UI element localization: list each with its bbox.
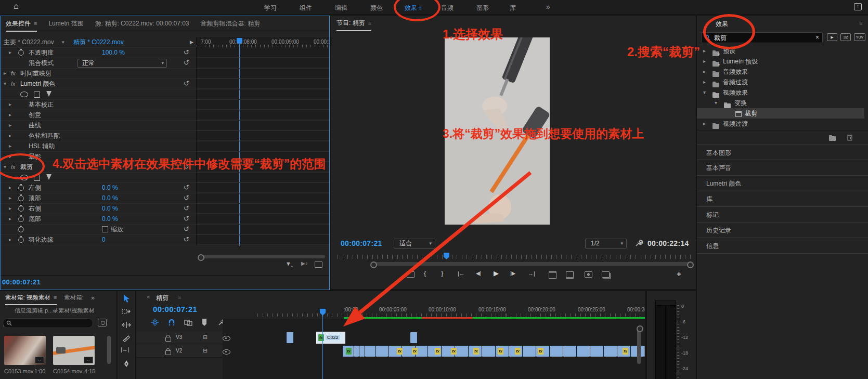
menu-item-learning[interactable]: 学习 bbox=[264, 4, 277, 12]
timeline-ruler[interactable]: :00:00 00:00:05:00 00:00:10:00 00:00:15:… bbox=[223, 305, 645, 317]
reset-icon[interactable]: ↺ bbox=[184, 79, 189, 89]
param-value[interactable]: 0.0 % bbox=[102, 214, 118, 224]
twirl-icon[interactable]: ▾ bbox=[4, 79, 6, 89]
timeline-clip[interactable] bbox=[563, 346, 576, 357]
meter-bar-left[interactable] bbox=[655, 305, 666, 379]
stopwatch-icon[interactable] bbox=[18, 50, 24, 56]
tree-item-lumetri-presets[interactable]: ▸Lumetri 预设 bbox=[697, 56, 864, 67]
add-marker-button[interactable] bbox=[407, 271, 414, 278]
stopwatch-icon[interactable] bbox=[18, 216, 24, 222]
sync-lock-icon[interactable]: ⊟ bbox=[203, 334, 208, 341]
timeline-vscrollbar[interactable] bbox=[637, 330, 641, 364]
export-keyframes-icon[interactable] bbox=[315, 262, 322, 268]
twirl-icon[interactable]: ▸ bbox=[9, 214, 11, 224]
snap-magnet-icon[interactable] bbox=[167, 318, 176, 326]
step-forward-button[interactable]: |▶ bbox=[510, 270, 515, 276]
stopwatch-icon[interactable] bbox=[18, 206, 24, 212]
tab-lumetri-color[interactable]: Lumetri 颜色 bbox=[697, 176, 868, 191]
lift-button[interactable] bbox=[549, 271, 556, 279]
blend-mode-dropdown[interactable]: 正常▾ bbox=[77, 59, 167, 68]
panel-menu-icon[interactable]: ≡ bbox=[859, 20, 862, 26]
playback-resolution-dropdown[interactable]: 1/2 ▾ bbox=[585, 239, 627, 249]
pen-tool[interactable] bbox=[123, 360, 130, 368]
tab-program-monitor[interactable]: 节目: 精剪≡ bbox=[336, 19, 371, 28]
reset-icon[interactable]: ↺ bbox=[184, 234, 189, 245]
twirl-icon[interactable]: ▸ bbox=[9, 234, 11, 245]
slip-tool[interactable]: |↔| bbox=[121, 346, 129, 352]
twirl-icon[interactable]: ▾ bbox=[715, 98, 717, 108]
program-mini-ruler[interactable] bbox=[338, 255, 691, 259]
collapse-keyframe-area-icon[interactable]: ▶ bbox=[190, 37, 193, 47]
chevron-down-icon[interactable]: ▾ bbox=[62, 37, 64, 47]
mark-in-button[interactable]: { bbox=[424, 269, 426, 277]
bin-vscrollbar[interactable] bbox=[107, 336, 111, 364]
step-back-button[interactable]: ◀| bbox=[476, 270, 481, 276]
effect-controls-timecode[interactable]: 00:00:07:21 bbox=[2, 278, 41, 286]
param-value[interactable]: 100.0 % bbox=[102, 47, 125, 58]
twirl-icon[interactable]: ▸ bbox=[9, 203, 11, 214]
timeline-clip[interactable] bbox=[287, 332, 293, 343]
tree-item-audio-transitions[interactable]: ▸音频过渡 bbox=[697, 77, 864, 87]
reset-icon[interactable]: ↺ bbox=[184, 203, 189, 214]
comparison-view-button[interactable] bbox=[602, 271, 610, 278]
twirl-icon[interactable]: ▾ bbox=[703, 87, 706, 98]
ripple-edit-tool[interactable] bbox=[122, 321, 131, 329]
timeline-timecode[interactable]: 00:00:07:21 bbox=[153, 305, 197, 313]
sub-label[interactable]: 创意 bbox=[29, 110, 41, 120]
twirl-icon[interactable]: ▸ bbox=[9, 141, 11, 151]
tree-item-audio-effects[interactable]: ▸音频效果 bbox=[697, 67, 864, 77]
tab-lumetri-scopes[interactable]: Lumetri 范围 bbox=[48, 19, 83, 28]
timeline-playhead-line[interactable] bbox=[322, 312, 323, 379]
program-zoom-knob-left[interactable] bbox=[370, 262, 377, 268]
timeline-clip[interactable] bbox=[604, 346, 617, 357]
tab-info[interactable]: 信息 bbox=[697, 238, 868, 254]
tab-markers[interactable]: 标记 bbox=[697, 207, 868, 223]
bin-search-box[interactable] bbox=[3, 318, 93, 328]
effect-label[interactable]: 时间重映射 bbox=[20, 68, 51, 79]
param-value[interactable]: 0.0 % bbox=[102, 193, 118, 203]
reset-icon[interactable]: ↺ bbox=[184, 224, 189, 234]
ellipse-mask-icon[interactable] bbox=[20, 92, 28, 97]
timeline-clip[interactable] bbox=[523, 346, 536, 357]
menu-item-libraries[interactable]: 库 bbox=[510, 4, 516, 12]
sub-label[interactable]: 色轮和匹配 bbox=[29, 130, 60, 141]
keyframe-hscrollbar[interactable] bbox=[200, 255, 325, 258]
mark-out-button[interactable]: } bbox=[441, 269, 443, 277]
twirl-icon[interactable]: ▸ bbox=[9, 182, 11, 193]
track-select-forward-tool[interactable] bbox=[122, 308, 131, 315]
param-value[interactable]: 0.0 % bbox=[102, 203, 118, 214]
zoom-checkbox[interactable] bbox=[102, 226, 108, 232]
play-audio-icon[interactable]: ▶♪ bbox=[301, 260, 308, 266]
go-to-in-button[interactable]: |← bbox=[458, 270, 465, 277]
tab-sequence[interactable]: 精剪 bbox=[156, 294, 169, 303]
tab-history[interactable]: 历史记录 bbox=[697, 223, 868, 238]
yuv-badge-icon[interactable]: YUV bbox=[854, 33, 865, 41]
program-timecode[interactable]: 00:00:07:21 bbox=[341, 239, 382, 247]
tab-audio-clip-mixer[interactable]: 音频剪辑混合器: 精剪 bbox=[201, 19, 261, 28]
panel-menu-icon[interactable]: ≡ bbox=[178, 294, 181, 300]
tab-bin-other[interactable]: 素材箱: bbox=[64, 294, 84, 302]
meter-bar-right[interactable] bbox=[666, 305, 676, 379]
filter-properties-icon[interactable]: ▼˾ bbox=[286, 260, 293, 267]
keyframe-hscroll-knob[interactable] bbox=[198, 254, 204, 261]
pen-mask-icon[interactable] bbox=[46, 174, 51, 180]
sequence-clip-label[interactable]: 精剪 * C0222.mov bbox=[73, 37, 124, 47]
clip-name[interactable]: C0153.mov bbox=[4, 368, 33, 374]
timeline-clip[interactable] bbox=[550, 346, 563, 357]
delete-trash-icon[interactable] bbox=[847, 134, 853, 141]
close-tab-icon[interactable]: × bbox=[147, 294, 150, 300]
panel-menu-icon[interactable]: ≡ bbox=[54, 294, 57, 300]
timeline-clip[interactable] bbox=[455, 346, 468, 357]
timeline-clip[interactable] bbox=[577, 346, 590, 357]
effect-label[interactable]: Lumetri 颜色 bbox=[20, 79, 55, 89]
track-label[interactable]: V2 bbox=[176, 348, 182, 354]
track-lock-icon[interactable] bbox=[165, 350, 171, 355]
quick-export-icon[interactable]: ↑ bbox=[854, 3, 862, 10]
menu-item-audio[interactable]: 音频 bbox=[441, 4, 454, 12]
twirl-icon[interactable]: ▸ bbox=[9, 99, 11, 110]
timeline-clip[interactable] bbox=[644, 346, 645, 357]
find-bin-icon[interactable] bbox=[98, 319, 107, 326]
add-marker-icon[interactable] bbox=[201, 318, 208, 326]
sub-label[interactable]: HSL 辅助 bbox=[29, 141, 55, 151]
twirl-icon[interactable]: ▸ bbox=[4, 68, 6, 79]
